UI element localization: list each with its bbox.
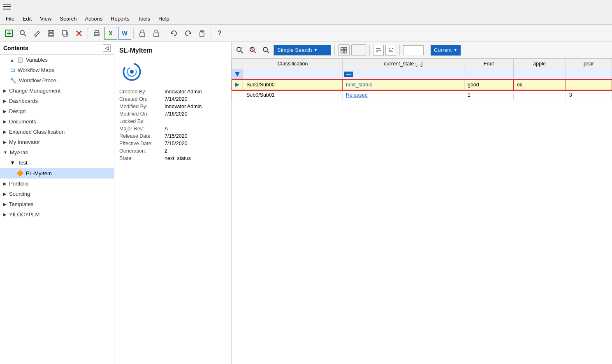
excel-button[interactable]: X [104, 27, 117, 40]
sidebar-label-documents: Documents [9, 118, 36, 125]
col-apple[interactable]: apple [513, 59, 566, 69]
props-label-created-on: Created On: [119, 96, 165, 102]
search-mode-button[interactable]: Simple Search ▼ [274, 45, 331, 56]
svg-line-27 [254, 51, 256, 53]
props-label-state: State: [119, 155, 165, 161]
filter-pear-cell[interactable] [566, 69, 612, 80]
props-label-effective-date: Effective Date: [119, 141, 165, 146]
sidebar-item-yilocyplm[interactable]: ▶ YILOCYPLM [0, 209, 114, 220]
filter-state-cell[interactable]: ••• [343, 69, 464, 80]
search-toolbar: Simple Search ▼ [232, 42, 612, 58]
sidebar-label-myaras: MyAras [10, 149, 28, 155]
menu-view[interactable]: View [36, 14, 56, 23]
col-current-state[interactable]: current_state [...] [343, 59, 464, 69]
blank-view-button[interactable] [351, 44, 366, 56]
svg-rect-8 [49, 33, 53, 35]
cell-pear-1: 3 [566, 90, 612, 100]
print-button[interactable] [90, 27, 103, 40]
filter-dots-button[interactable]: ••• [344, 72, 353, 77]
search-mode-selector[interactable]: Simple Search ▼ [274, 45, 331, 56]
sidebar-item-my-innovator[interactable]: ▶ My Innovator [0, 137, 114, 147]
sidebar-item-test[interactable]: ▼ Test [0, 158, 114, 168]
svg-rect-32 [344, 47, 347, 50]
sidebar-item-design[interactable]: ▶ Design [0, 106, 114, 116]
search-options-button[interactable] [260, 44, 272, 56]
sidebar-item-workflow-maps[interactable]: 🗂 Workflow Maps [0, 65, 114, 75]
grid-view-button[interactable] [338, 44, 350, 56]
svg-point-22 [130, 70, 133, 73]
svg-rect-7 [49, 30, 53, 32]
sidebar-scroll[interactable]: ▲ 📋 Variables 🗂 Workflow Maps 🔧 Workflow… [0, 55, 114, 364]
col-fruit[interactable]: Fruit [464, 59, 513, 69]
help-button[interactable]: ? [213, 27, 226, 40]
table-row[interactable]: Sub0/Sub00 next_status good ok [232, 80, 612, 90]
menu-tools[interactable]: Tools [134, 14, 154, 23]
search-sep-4 [427, 45, 427, 56]
run-search-button[interactable] [234, 44, 246, 56]
row-indicator-icon [235, 83, 239, 87]
svg-line-4 [24, 34, 26, 36]
filter-fruit-cell[interactable] [464, 69, 513, 80]
sidebar-item-change-management[interactable]: ▶ Change Management [0, 86, 114, 96]
props-value-effective-date: 7/15/2020 [165, 141, 188, 146]
redo-button[interactable] [181, 27, 195, 40]
menu-file[interactable]: File [2, 14, 19, 23]
svg-rect-34 [344, 51, 347, 53]
lock-button[interactable] [136, 27, 149, 40]
sidebar-item-workflow-proce[interactable]: 🔧 Workflow Proce... [0, 75, 114, 86]
props-value-state: next_status [165, 155, 191, 161]
filter-row: ••• [232, 69, 612, 80]
clear-search-button[interactable] [247, 44, 259, 56]
copy-button[interactable] [58, 27, 72, 40]
edit-button[interactable] [30, 27, 44, 40]
search-button[interactable] [16, 27, 30, 40]
save-button[interactable] [44, 27, 58, 40]
delete-button[interactable] [72, 27, 86, 40]
paste-button[interactable] [195, 27, 209, 40]
menu-icon[interactable] [3, 2, 13, 12]
props-value-modified-by: Innovator Admin [165, 104, 202, 109]
filter-apple-cell[interactable] [513, 69, 566, 80]
undo-button[interactable] [167, 27, 181, 40]
state-link-1[interactable]: Released [346, 92, 368, 98]
menu-edit[interactable]: Edit [19, 14, 36, 23]
menu-search[interactable]: Search [56, 14, 81, 23]
col-classification[interactable]: Classification [243, 59, 343, 69]
col-pear[interactable]: pear [566, 59, 612, 69]
sidebar-item-pl-myitem[interactable]: 🔶 PL-MyItem [0, 168, 114, 179]
search-mode-label: Simple Search [277, 47, 312, 53]
sidebar-item-documents[interactable]: ▶ Documents [0, 116, 114, 127]
chevron-down-icon: ▼ [3, 150, 7, 155]
sidebar-item-sourcing[interactable]: ▶ Sourcing [0, 189, 114, 199]
main-layout: Contents ◁ ▲ 📋 Variables 🗂 Workflow Maps… [0, 42, 612, 364]
sidebar-item-extended-classification[interactable]: ▶ Extended Classification [0, 127, 114, 137]
sidebar-collapse-button[interactable]: ◁ [103, 44, 111, 52]
props-row-major-rev: Major Rev: A [119, 126, 226, 132]
cell-state-0[interactable]: next_status [343, 80, 464, 90]
state-link-0[interactable]: next_status [346, 82, 372, 88]
sidebar-item-myaras[interactable]: ▼ MyAras [0, 147, 114, 158]
sidebar-item-templates[interactable]: ▶ Templates [0, 199, 114, 209]
row-indicator-cell [232, 80, 243, 90]
current-button[interactable]: Current ▼ [431, 45, 461, 56]
sort-desc-button[interactable] [385, 45, 396, 56]
col-indicator [232, 59, 243, 69]
sidebar-item-dashboards[interactable]: ▶ Dashboards [0, 96, 114, 106]
unlock-button[interactable] [150, 27, 163, 40]
table-row[interactable]: Sub0/Sub01 Released 1 3 [232, 90, 612, 100]
menu-help[interactable]: Help [154, 14, 174, 23]
menu-reports[interactable]: Reports [107, 14, 134, 23]
cell-pear-0 [566, 80, 612, 90]
filter-classification-cell[interactable] [243, 69, 343, 80]
cell-state-1[interactable]: Released [343, 90, 464, 100]
word-button[interactable]: W [118, 27, 131, 40]
sidebar-item-portfolio[interactable]: ▶ Portfolio [0, 179, 114, 189]
menu-actions[interactable]: Actions [81, 14, 107, 23]
svg-rect-31 [341, 47, 343, 50]
page-number-input[interactable] [403, 45, 424, 55]
props-value-generation: 2 [165, 148, 167, 154]
new-button[interactable] [2, 27, 16, 40]
sidebar-item-variables[interactable]: ▲ 📋 Variables [0, 55, 114, 65]
sidebar-label-test: Test [18, 160, 28, 166]
sort-asc-button[interactable] [373, 45, 384, 56]
